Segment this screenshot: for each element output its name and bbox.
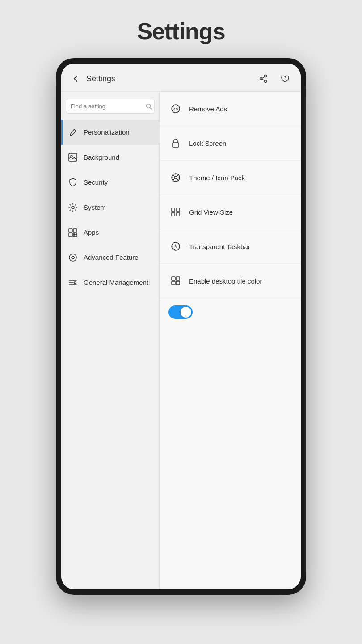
desktop-tile-color-toggle[interactable] bbox=[168, 305, 193, 319]
back-button[interactable] bbox=[68, 72, 83, 86]
lock-screen-icon bbox=[168, 136, 183, 150]
sidebar-item-security[interactable]: Security bbox=[61, 170, 159, 195]
svg-rect-26 bbox=[177, 208, 180, 211]
system-icon bbox=[67, 201, 79, 214]
transparent-taskbar-icon bbox=[168, 239, 183, 254]
sidebar-label-general-management: General Management bbox=[84, 279, 148, 287]
advanced-feature-icon bbox=[67, 251, 79, 264]
sidebar-item-system[interactable]: System bbox=[61, 195, 159, 220]
remove-ads-label: Remove Ads bbox=[189, 105, 227, 113]
svg-point-3 bbox=[72, 206, 74, 209]
sidebar-item-background[interactable]: Background bbox=[61, 145, 159, 170]
sidebar-item-general-management[interactable]: General Management bbox=[61, 270, 159, 295]
search-input[interactable] bbox=[71, 103, 146, 110]
sidebar-label-security: Security bbox=[84, 178, 108, 186]
lock-screen-label: Lock Screen bbox=[189, 140, 226, 147]
favorite-button[interactable] bbox=[278, 72, 292, 86]
apps-icon bbox=[67, 226, 79, 239]
sidebar: Personalization Background bbox=[61, 92, 160, 589]
header-icons bbox=[256, 72, 292, 86]
svg-point-23 bbox=[173, 179, 174, 180]
sidebar-item-apps[interactable]: Apps bbox=[61, 220, 159, 245]
general-management-icon bbox=[67, 276, 79, 289]
toggle-knob bbox=[181, 307, 191, 318]
security-icon bbox=[67, 176, 79, 189]
theme-icon-pack-label: Theme / Icon Pack bbox=[189, 174, 245, 182]
toggle-area bbox=[160, 298, 301, 326]
svg-rect-18 bbox=[173, 143, 179, 147]
search-box[interactable] bbox=[66, 99, 155, 114]
phone-screen: Settings bbox=[61, 64, 301, 589]
share-button[interactable] bbox=[256, 72, 270, 86]
grid-view-size-label: Grid View Size bbox=[189, 208, 233, 216]
enable-desktop-tile-color-label: Enable desktop tile color bbox=[189, 277, 262, 285]
svg-point-19 bbox=[172, 174, 180, 182]
svg-point-11 bbox=[72, 256, 74, 259]
svg-point-24 bbox=[177, 179, 178, 180]
screen-header: Settings bbox=[61, 64, 301, 92]
svg-rect-6 bbox=[69, 233, 72, 237]
remove-ads-icon: AD bbox=[168, 102, 183, 116]
content-item-remove-ads[interactable]: AD Remove Ads bbox=[160, 92, 301, 126]
content-item-lock-screen[interactable]: Lock Screen bbox=[160, 126, 301, 161]
svg-point-10 bbox=[69, 254, 76, 261]
svg-point-21 bbox=[173, 175, 174, 176]
svg-rect-33 bbox=[176, 281, 180, 285]
sidebar-label-personalization: Personalization bbox=[84, 128, 130, 136]
content-item-transparent-taskbar[interactable]: Transparent Taskbar bbox=[160, 229, 301, 264]
grid-view-size-icon bbox=[168, 205, 183, 219]
svg-point-20 bbox=[174, 176, 177, 179]
content-item-enable-desktop-tile-color[interactable]: Enable desktop tile color bbox=[160, 264, 301, 298]
svg-point-15 bbox=[74, 282, 76, 284]
svg-point-22 bbox=[177, 175, 178, 176]
sidebar-item-personalization[interactable]: Personalization bbox=[61, 120, 159, 145]
content-item-theme-icon-pack[interactable]: Theme / Icon Pack bbox=[160, 161, 301, 195]
content-item-grid-view-size[interactable]: Grid View Size bbox=[160, 195, 301, 229]
content-panel: AD Remove Ads Lock Screen bbox=[160, 92, 301, 589]
page-title: Settings bbox=[137, 18, 225, 45]
transparent-taskbar-label: Transparent Taskbar bbox=[189, 243, 250, 250]
svg-rect-32 bbox=[172, 281, 175, 285]
header-title: Settings bbox=[86, 74, 256, 84]
svg-rect-31 bbox=[176, 277, 180, 280]
enable-desktop-tile-color-icon bbox=[168, 274, 183, 288]
svg-rect-5 bbox=[73, 229, 77, 232]
sidebar-label-apps: Apps bbox=[84, 229, 99, 237]
screen-content: Personalization Background bbox=[61, 92, 301, 589]
svg-rect-30 bbox=[172, 277, 175, 280]
svg-rect-25 bbox=[172, 208, 175, 211]
theme-icon-pack-icon bbox=[168, 170, 183, 185]
svg-rect-28 bbox=[177, 213, 180, 216]
svg-text:AD: AD bbox=[173, 107, 178, 111]
svg-rect-4 bbox=[69, 229, 72, 232]
background-icon bbox=[67, 151, 79, 164]
svg-rect-27 bbox=[172, 213, 175, 216]
sidebar-label-system: System bbox=[84, 203, 106, 212]
personalization-icon bbox=[67, 126, 79, 139]
sidebar-label-advanced-feature: Advanced Feature bbox=[84, 254, 139, 262]
search-icon bbox=[146, 103, 152, 110]
phone-shell: Settings bbox=[56, 58, 306, 595]
sidebar-label-background: Background bbox=[84, 153, 119, 161]
sidebar-item-advanced-feature[interactable]: Advanced Feature bbox=[61, 245, 159, 270]
